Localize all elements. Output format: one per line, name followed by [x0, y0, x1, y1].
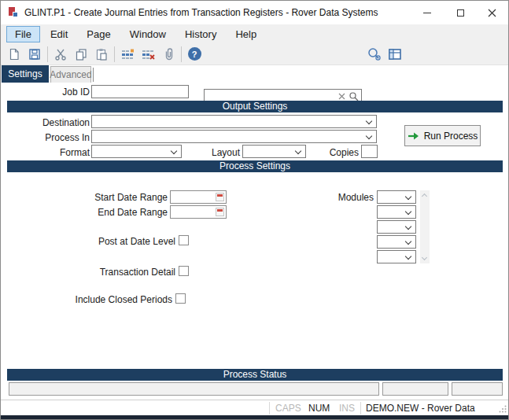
menu-bar: File Edit Page Window History Help [1, 24, 508, 43]
end-date-input[interactable] [172, 207, 212, 217]
help-button[interactable]: ? [184, 45, 205, 64]
menu-history[interactable]: History [176, 26, 225, 42]
scroll-down-icon[interactable] [422, 255, 427, 260]
minimize-button[interactable] [414, 1, 441, 24]
maximize-icon [457, 9, 464, 17]
paste-button[interactable] [91, 45, 112, 64]
post-at-date-level-label: Post at Date Level [1, 237, 175, 247]
process-status-header: Process Status [7, 369, 503, 381]
close-icon [488, 9, 496, 17]
calendar-icon [217, 209, 223, 212]
bottom-edge-strip [1, 415, 508, 420]
find-records-button[interactable] [364, 45, 385, 64]
title-bar: GLINT.P1 - Create Journal Entries from T… [1, 1, 508, 24]
attachment-button[interactable] [158, 45, 179, 64]
layout-label: Layout [190, 148, 240, 158]
format-label: Format [1, 148, 90, 158]
tab-settings[interactable]: Settings [2, 65, 49, 83]
process-settings-header: Process Settings [7, 160, 503, 172]
post-at-date-level-checkbox[interactable] [179, 235, 189, 245]
maximize-button[interactable] [447, 1, 474, 24]
process-status-value-1 [382, 382, 448, 396]
scroll-up-icon[interactable] [422, 193, 427, 199]
save-icon [28, 47, 42, 61]
close-button[interactable] [478, 1, 505, 24]
destination-select[interactable] [91, 115, 377, 128]
resize-grip[interactable] [499, 405, 507, 413]
calendar-icon [217, 194, 223, 197]
run-process-button[interactable]: Run Process [404, 125, 481, 146]
status-bar: CAPS NUM INS DEMO.NEW - Rover Data Syste… [1, 400, 508, 415]
chevron-down-icon [295, 148, 301, 154]
copies-label: Copies [310, 148, 359, 158]
ins-indicator: INS [339, 400, 355, 416]
module-select-2[interactable] [377, 205, 416, 219]
toolbar: ? [1, 43, 508, 65]
caps-indicator: CAPS [275, 400, 301, 416]
include-closed-periods-checkbox[interactable] [175, 293, 186, 304]
start-date-label: Start Date Range [48, 193, 168, 203]
job-id-field [91, 85, 189, 98]
app-window: GLINT.P1 - Create Journal Entries from T… [0, 0, 509, 420]
insert-row-icon [120, 47, 135, 61]
process-status-message [9, 382, 379, 396]
module-select-3[interactable] [377, 220, 416, 234]
module-select-5[interactable] [377, 250, 416, 263]
layout-select[interactable] [242, 145, 306, 158]
chevron-down-icon [405, 193, 411, 200]
job-id-label: Job ID [1, 87, 90, 98]
help-icon: ? [188, 47, 201, 61]
delete-row-icon [141, 47, 156, 61]
find-records-icon [367, 46, 382, 62]
new-document-icon [7, 47, 21, 61]
chevron-down-icon [405, 223, 411, 230]
num-indicator: NUM [308, 400, 330, 416]
cut-button[interactable] [50, 45, 71, 64]
toolbar-separator [181, 46, 182, 62]
modules-scrollbar[interactable] [420, 190, 430, 263]
new-document-button[interactable] [4, 45, 24, 64]
tab-advanced[interactable]: Advanced [50, 66, 91, 83]
statusbar-separator [360, 402, 361, 414]
chevron-down-icon [405, 208, 411, 215]
copies-field [361, 145, 378, 158]
calendar-button[interactable] [216, 208, 224, 216]
chevron-down-icon [366, 118, 372, 124]
include-closed-periods-label: Include Closed Periods [1, 295, 172, 305]
menu-edit[interactable]: Edit [42, 26, 76, 42]
delete-row-button[interactable] [138, 45, 158, 64]
transaction-detail-checkbox[interactable] [179, 266, 189, 276]
statusbar-separator [269, 402, 270, 414]
chevron-down-icon [405, 253, 411, 260]
copy-button[interactable] [71, 45, 91, 64]
job-id-input[interactable] [92, 86, 188, 98]
chevron-down-icon [171, 148, 177, 154]
tab-divider [93, 68, 94, 82]
process-in-select[interactable] [91, 130, 377, 143]
menu-file[interactable]: File [6, 26, 40, 42]
module-select-1[interactable] [377, 190, 416, 204]
calendar-button[interactable] [216, 193, 224, 201]
window-layout-icon [387, 46, 403, 62]
modules-label: Modules [323, 193, 374, 203]
process-in-label: Process In [1, 133, 90, 143]
destination-label: Destination [1, 118, 90, 128]
insert-row-button[interactable] [117, 45, 138, 64]
copies-input[interactable] [362, 146, 377, 157]
menu-window[interactable]: Window [121, 26, 175, 42]
logo-blue-square [13, 12, 18, 17]
save-button[interactable] [24, 45, 45, 64]
start-date-input[interactable] [172, 192, 212, 202]
window-title: GLINT.P1 - Create Journal Entries from T… [24, 1, 378, 24]
module-select-4[interactable] [377, 235, 416, 249]
toolbar-separator [114, 46, 115, 62]
cut-icon [53, 47, 68, 61]
window-layout-button[interactable] [385, 45, 405, 64]
toolbar-separator [47, 46, 48, 62]
menu-page[interactable]: Page [78, 26, 119, 42]
start-date-field [170, 190, 227, 204]
resize-grip-icon [499, 405, 507, 413]
chevron-down-icon [405, 238, 411, 245]
format-select[interactable] [91, 145, 182, 158]
menu-help[interactable]: Help [227, 26, 265, 42]
